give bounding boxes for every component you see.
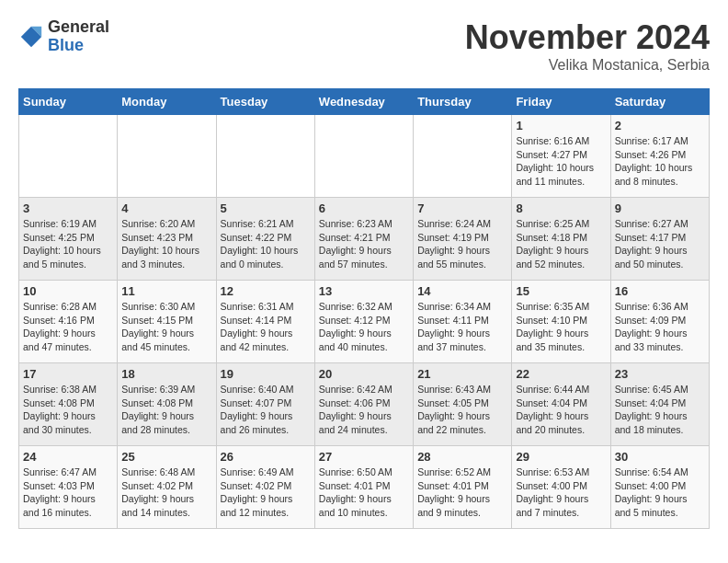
- calendar-cell: 11Sunrise: 6:30 AM Sunset: 4:15 PM Dayli…: [118, 281, 216, 363]
- weekday-header: Wednesday: [314, 89, 413, 115]
- day-number: 6: [319, 201, 409, 215]
- calendar-cell: 13Sunrise: 6:32 AM Sunset: 4:12 PM Dayli…: [314, 281, 413, 363]
- day-info: Sunrise: 6:39 AM Sunset: 4:08 PM Dayligh…: [121, 383, 211, 437]
- day-info: Sunrise: 6:24 AM Sunset: 4:19 PM Dayligh…: [417, 217, 507, 271]
- day-number: 22: [516, 367, 606, 381]
- day-number: 29: [516, 450, 606, 464]
- day-number: 4: [121, 201, 211, 215]
- calendar-cell: 19Sunrise: 6:40 AM Sunset: 4:07 PM Dayli…: [216, 363, 314, 446]
- day-number: 19: [221, 367, 311, 381]
- calendar-cell: 12Sunrise: 6:31 AM Sunset: 4:14 PM Dayli…: [216, 281, 314, 363]
- calendar-cell: 30Sunrise: 6:54 AM Sunset: 4:00 PM Dayli…: [610, 446, 709, 529]
- calendar-cell: 3Sunrise: 6:19 AM Sunset: 4:25 PM Daylig…: [19, 198, 118, 281]
- title-block: November 2024 Velika Mostanica, Serbia: [465, 18, 710, 74]
- calendar-cell: 7Sunrise: 6:24 AM Sunset: 4:19 PM Daylig…: [414, 198, 512, 281]
- calendar-cell: 18Sunrise: 6:39 AM Sunset: 4:08 PM Dayli…: [118, 363, 216, 446]
- day-info: Sunrise: 6:45 AM Sunset: 4:04 PM Dayligh…: [615, 383, 705, 437]
- weekday-header: Tuesday: [216, 89, 314, 115]
- calendar-cell: [314, 115, 413, 198]
- day-number: 30: [615, 450, 705, 464]
- day-number: 27: [319, 450, 409, 464]
- weekday-header: Thursday: [414, 89, 512, 115]
- calendar-cell: 26Sunrise: 6:49 AM Sunset: 4:02 PM Dayli…: [216, 446, 314, 529]
- day-number: 16: [615, 284, 705, 298]
- calendar-cell: [414, 115, 512, 198]
- calendar-week-row: 10Sunrise: 6:28 AM Sunset: 4:16 PM Dayli…: [19, 281, 710, 363]
- day-info: Sunrise: 6:38 AM Sunset: 4:08 PM Dayligh…: [23, 383, 113, 437]
- day-info: Sunrise: 6:40 AM Sunset: 4:07 PM Dayligh…: [221, 383, 311, 437]
- calendar-cell: 16Sunrise: 6:36 AM Sunset: 4:09 PM Dayli…: [610, 281, 709, 363]
- day-info: Sunrise: 6:34 AM Sunset: 4:11 PM Dayligh…: [417, 300, 507, 354]
- day-number: 24: [23, 450, 113, 464]
- day-info: Sunrise: 6:23 AM Sunset: 4:21 PM Dayligh…: [319, 217, 409, 271]
- day-info: Sunrise: 6:28 AM Sunset: 4:16 PM Dayligh…: [23, 300, 113, 354]
- day-number: 7: [417, 201, 507, 215]
- day-number: 9: [615, 201, 705, 215]
- logo: General Blue: [18, 18, 109, 55]
- calendar-cell: [216, 115, 314, 198]
- calendar-week-row: 24Sunrise: 6:47 AM Sunset: 4:03 PM Dayli…: [19, 446, 710, 529]
- day-info: Sunrise: 6:31 AM Sunset: 4:14 PM Dayligh…: [221, 300, 311, 354]
- day-number: 13: [319, 284, 409, 298]
- logo-icon: [18, 24, 44, 50]
- weekday-header-row: SundayMondayTuesdayWednesdayThursdayFrid…: [19, 89, 710, 115]
- day-info: Sunrise: 6:19 AM Sunset: 4:25 PM Dayligh…: [23, 217, 113, 271]
- day-info: Sunrise: 6:17 AM Sunset: 4:26 PM Dayligh…: [615, 134, 705, 189]
- day-info: Sunrise: 6:21 AM Sunset: 4:22 PM Dayligh…: [221, 217, 311, 271]
- calendar-cell: 17Sunrise: 6:38 AM Sunset: 4:08 PM Dayli…: [19, 363, 118, 446]
- day-number: 14: [417, 284, 507, 298]
- calendar-week-row: 17Sunrise: 6:38 AM Sunset: 4:08 PM Dayli…: [19, 363, 710, 446]
- calendar-cell: 24Sunrise: 6:47 AM Sunset: 4:03 PM Dayli…: [19, 446, 118, 529]
- day-number: 17: [23, 367, 113, 381]
- day-number: 8: [516, 201, 606, 215]
- day-number: 26: [221, 450, 311, 464]
- month-title: November 2024: [465, 18, 710, 57]
- day-number: 2: [615, 119, 705, 132]
- day-info: Sunrise: 6:32 AM Sunset: 4:12 PM Dayligh…: [319, 300, 409, 354]
- calendar-cell: 6Sunrise: 6:23 AM Sunset: 4:21 PM Daylig…: [314, 198, 413, 281]
- day-number: 20: [319, 367, 409, 381]
- day-info: Sunrise: 6:49 AM Sunset: 4:02 PM Dayligh…: [221, 465, 311, 520]
- day-info: Sunrise: 6:54 AM Sunset: 4:00 PM Dayligh…: [615, 465, 705, 520]
- day-number: 5: [221, 201, 311, 215]
- day-info: Sunrise: 6:48 AM Sunset: 4:02 PM Dayligh…: [121, 465, 211, 520]
- calendar-cell: 22Sunrise: 6:44 AM Sunset: 4:04 PM Dayli…: [512, 363, 610, 446]
- weekday-header: Saturday: [610, 89, 709, 115]
- calendar-cell: 14Sunrise: 6:34 AM Sunset: 4:11 PM Dayli…: [414, 281, 512, 363]
- calendar-week-row: 1Sunrise: 6:16 AM Sunset: 4:27 PM Daylig…: [19, 115, 710, 198]
- weekday-header: Monday: [118, 89, 216, 115]
- day-info: Sunrise: 6:42 AM Sunset: 4:06 PM Dayligh…: [319, 383, 409, 437]
- calendar-cell: 21Sunrise: 6:43 AM Sunset: 4:05 PM Dayli…: [414, 363, 512, 446]
- calendar-cell: 29Sunrise: 6:53 AM Sunset: 4:00 PM Dayli…: [512, 446, 610, 529]
- calendar-cell: 20Sunrise: 6:42 AM Sunset: 4:06 PM Dayli…: [314, 363, 413, 446]
- day-info: Sunrise: 6:43 AM Sunset: 4:05 PM Dayligh…: [417, 383, 507, 437]
- calendar-cell: 4Sunrise: 6:20 AM Sunset: 4:23 PM Daylig…: [118, 198, 216, 281]
- calendar-cell: [19, 115, 118, 198]
- logo-text: General Blue: [48, 18, 109, 55]
- calendar-cell: 2Sunrise: 6:17 AM Sunset: 4:26 PM Daylig…: [610, 115, 709, 198]
- location: Velika Mostanica, Serbia: [465, 57, 710, 74]
- day-info: Sunrise: 6:44 AM Sunset: 4:04 PM Dayligh…: [516, 383, 606, 437]
- day-info: Sunrise: 6:53 AM Sunset: 4:00 PM Dayligh…: [516, 465, 606, 520]
- day-info: Sunrise: 6:35 AM Sunset: 4:10 PM Dayligh…: [516, 300, 606, 354]
- day-number: 1: [516, 119, 606, 132]
- day-info: Sunrise: 6:16 AM Sunset: 4:27 PM Dayligh…: [516, 134, 606, 189]
- calendar-cell: 28Sunrise: 6:52 AM Sunset: 4:01 PM Dayli…: [414, 446, 512, 529]
- day-info: Sunrise: 6:25 AM Sunset: 4:18 PM Dayligh…: [516, 217, 606, 271]
- calendar-cell: 15Sunrise: 6:35 AM Sunset: 4:10 PM Dayli…: [512, 281, 610, 363]
- weekday-header: Friday: [512, 89, 610, 115]
- calendar-cell: 23Sunrise: 6:45 AM Sunset: 4:04 PM Dayli…: [610, 363, 709, 446]
- calendar-cell: 27Sunrise: 6:50 AM Sunset: 4:01 PM Dayli…: [314, 446, 413, 529]
- day-info: Sunrise: 6:47 AM Sunset: 4:03 PM Dayligh…: [23, 465, 113, 520]
- day-number: 21: [417, 367, 507, 381]
- calendar-cell: 8Sunrise: 6:25 AM Sunset: 4:18 PM Daylig…: [512, 198, 610, 281]
- calendar-cell: 9Sunrise: 6:27 AM Sunset: 4:17 PM Daylig…: [610, 198, 709, 281]
- day-number: 25: [121, 450, 211, 464]
- day-info: Sunrise: 6:36 AM Sunset: 4:09 PM Dayligh…: [615, 300, 705, 354]
- calendar-table: SundayMondayTuesdayWednesdayThursdayFrid…: [18, 88, 710, 529]
- calendar-cell: [118, 115, 216, 198]
- day-number: 10: [23, 284, 113, 298]
- page-header: General Blue November 2024 Velika Mostan…: [18, 18, 710, 74]
- day-info: Sunrise: 6:50 AM Sunset: 4:01 PM Dayligh…: [319, 465, 409, 520]
- calendar-cell: 25Sunrise: 6:48 AM Sunset: 4:02 PM Dayli…: [118, 446, 216, 529]
